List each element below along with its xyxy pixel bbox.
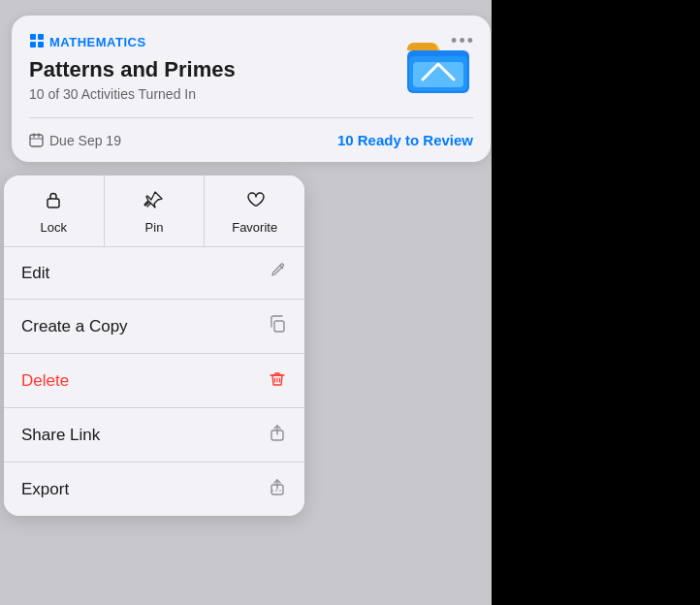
svg-rect-1 xyxy=(38,34,44,40)
assignment-card: MATHEMATICS Patterns and Primes 10 of 30… xyxy=(12,16,491,162)
export-menu-item[interactable]: Export xyxy=(4,462,304,516)
card-container: MATHEMATICS Patterns and Primes 10 of 30… xyxy=(4,16,498,162)
delete-label: Delete xyxy=(21,371,69,391)
export-label: Export xyxy=(21,480,69,499)
lock-label: Lock xyxy=(41,220,67,235)
black-panel xyxy=(492,0,700,605)
svg-rect-2 xyxy=(30,42,36,48)
export-icon xyxy=(268,477,287,501)
context-menu: Lock Pin Favorite Edit xyxy=(4,175,304,516)
copy-label: Create a Copy xyxy=(21,317,128,336)
svg-rect-0 xyxy=(30,34,36,40)
card-subtitle: 10 of 30 Activities Turned In xyxy=(29,86,394,102)
lock-button[interactable]: Lock xyxy=(4,175,105,246)
mathematics-icon xyxy=(29,33,45,51)
edit-label: Edit xyxy=(21,264,49,283)
card-title: Patterns and Primes xyxy=(29,57,394,82)
share-menu-item[interactable]: Share Link xyxy=(4,408,304,462)
more-options-button[interactable]: ••• xyxy=(451,31,475,51)
share-label: Share Link xyxy=(21,426,100,445)
card-top: MATHEMATICS Patterns and Primes 10 of 30… xyxy=(29,33,473,102)
subject-label: MATHEMATICS xyxy=(29,33,394,51)
edit-icon xyxy=(270,262,287,284)
pin-icon xyxy=(143,189,165,215)
copy-icon xyxy=(268,314,287,338)
svg-rect-3 xyxy=(38,42,44,48)
pin-button[interactable]: Pin xyxy=(105,175,206,246)
delete-menu-item[interactable]: Delete xyxy=(4,354,304,408)
action-row: Lock Pin Favorite xyxy=(4,175,304,247)
svg-rect-7 xyxy=(30,135,43,146)
ready-review-text[interactable]: 10 Ready to Review xyxy=(337,132,473,148)
due-date-text: Due Sep 19 xyxy=(49,133,121,148)
svg-rect-14 xyxy=(274,321,284,332)
favorite-button[interactable]: Favorite xyxy=(205,175,304,246)
favorite-label: Favorite xyxy=(232,220,277,235)
pin-label: Pin xyxy=(145,220,164,235)
share-icon xyxy=(268,423,287,447)
card-content: MATHEMATICS Patterns and Primes 10 of 30… xyxy=(29,33,394,102)
edit-menu-item[interactable]: Edit xyxy=(4,247,304,300)
lock-icon xyxy=(43,189,64,215)
svg-rect-11 xyxy=(48,199,59,207)
card-footer: Due Sep 19 10 Ready to Review xyxy=(29,117,473,162)
calendar-icon xyxy=(29,133,44,147)
subject-text: MATHEMATICS xyxy=(49,35,146,49)
due-date: Due Sep 19 xyxy=(29,133,121,148)
trash-icon xyxy=(268,368,287,393)
heart-icon xyxy=(244,189,266,215)
copy-menu-item[interactable]: Create a Copy xyxy=(4,300,304,354)
